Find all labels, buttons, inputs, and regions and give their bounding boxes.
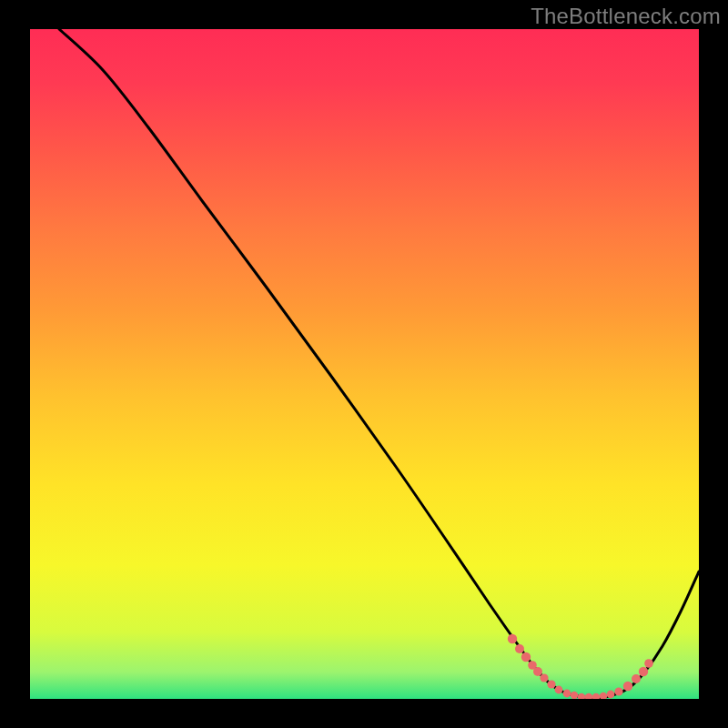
marker-dot (508, 634, 517, 643)
gradient-background (30, 29, 699, 699)
marker-dot (515, 644, 524, 653)
marker-dot (555, 686, 563, 694)
marker-dot (623, 682, 632, 691)
marker-dot (563, 690, 571, 698)
marker-dot (533, 667, 542, 676)
marker-dot (571, 692, 578, 699)
marker-dot (632, 674, 641, 683)
marker-dot (639, 667, 648, 676)
marker-dot (614, 687, 622, 695)
marker-dot (607, 691, 615, 699)
marker-dot (521, 652, 531, 662)
chart-frame: TheBottleneck.com (0, 0, 728, 728)
plot-area (30, 29, 699, 699)
marker-dot (540, 673, 548, 682)
watermark-text: TheBottleneck.com (531, 4, 721, 29)
marker-dot (644, 659, 653, 668)
marker-dot (547, 680, 555, 688)
plot-svg (30, 29, 699, 699)
